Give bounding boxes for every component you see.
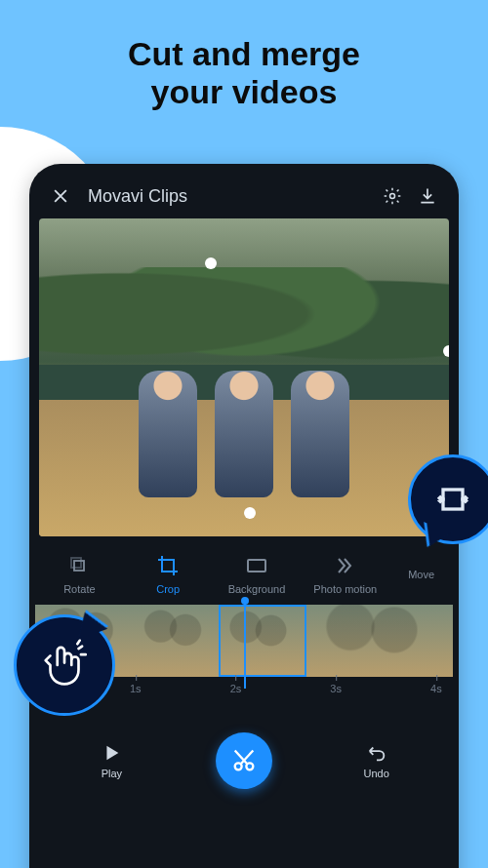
svg-rect-6 <box>443 490 463 509</box>
tool-label: Crop <box>156 583 180 595</box>
timeline-clip-selected[interactable] <box>219 605 306 677</box>
callout-swipe-icon <box>14 614 115 716</box>
tool-move[interactable]: Move <box>397 569 446 580</box>
headline-line-2: your videos <box>0 73 488 111</box>
timeline-tick: 4s <box>430 683 442 694</box>
svg-rect-1 <box>74 561 84 571</box>
promo-headline: Cut and merge your videos <box>0 0 488 111</box>
tool-photo-motion[interactable]: Photo motion <box>308 554 383 595</box>
playhead[interactable] <box>244 601 246 689</box>
download-icon[interactable] <box>410 178 445 214</box>
svg-point-5 <box>246 763 253 769</box>
svg-rect-2 <box>71 558 81 568</box>
play-button[interactable]: Play <box>62 742 160 779</box>
tool-row: Rotate Crop Background Photo motion Move <box>35 536 453 605</box>
crop-handle-right[interactable] <box>443 345 449 357</box>
gear-icon[interactable] <box>375 178 410 214</box>
tool-label: Photo motion <box>313 583 377 595</box>
timeline-tick: 3s <box>330 683 342 694</box>
crop-handle-top[interactable] <box>205 257 217 269</box>
svg-rect-3 <box>248 560 265 572</box>
headline-line-1: Cut and merge <box>0 35 488 73</box>
bottom-bar: Play Undo <box>35 722 453 800</box>
preview-subjects <box>139 371 349 497</box>
undo-label: Undo <box>363 768 388 779</box>
callout-split-icon <box>408 454 488 544</box>
timeline-clip[interactable] <box>306 605 453 677</box>
app-topbar: Movavi Clips <box>35 174 453 218</box>
svg-point-0 <box>390 194 395 199</box>
timeline-tick: 2s <box>230 683 242 694</box>
tool-label: Move <box>408 569 434 580</box>
video-preview[interactable] <box>39 218 449 536</box>
tool-background[interactable]: Background <box>220 554 294 595</box>
close-icon[interactable] <box>43 178 78 214</box>
tool-rotate[interactable]: Rotate <box>42 554 116 595</box>
timeline-tick: 1s <box>130 683 142 694</box>
tool-crop[interactable]: Crop <box>131 554 205 595</box>
tool-label: Rotate <box>63 583 95 595</box>
svg-point-4 <box>235 763 242 769</box>
undo-button[interactable]: Undo <box>328 742 426 779</box>
tool-label: Background <box>228 583 286 595</box>
timeline-clip[interactable] <box>136 605 220 677</box>
app-title: Movavi Clips <box>78 186 375 207</box>
crop-handle-bottom[interactable] <box>244 507 256 519</box>
play-label: Play <box>102 768 122 779</box>
phone-frame: Movavi Clips Rotate Crop Background <box>29 164 459 868</box>
cut-button[interactable] <box>216 732 272 789</box>
